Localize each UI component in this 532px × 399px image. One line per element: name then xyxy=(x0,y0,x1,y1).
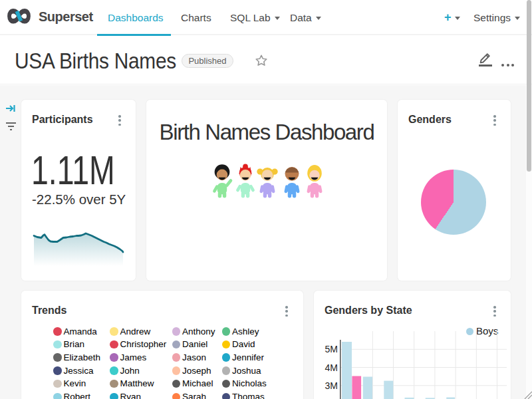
svg-text:5M: 5M xyxy=(325,344,338,354)
svg-text:4M: 4M xyxy=(325,362,338,373)
svg-text:3M: 3M xyxy=(325,380,338,391)
